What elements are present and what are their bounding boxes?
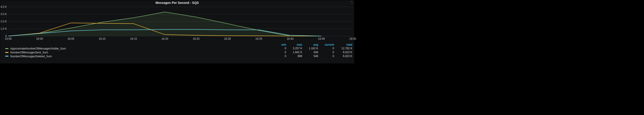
svg-point-4 xyxy=(351,4,352,4)
legend-table: min max avg current total ApproximateNum… xyxy=(0,43,354,58)
svg-text:4.0 K: 4.0 K xyxy=(0,5,7,9)
svg-text:16:10: 16:10 xyxy=(99,37,106,40)
legend-color-swatch xyxy=(5,56,8,57)
legend-value-total: 6.023 K xyxy=(336,54,354,58)
legend-value-current: 0 xyxy=(320,54,336,58)
svg-point-1 xyxy=(352,2,352,2)
legend-value-total: 6.023 K xyxy=(336,50,354,54)
legend-color-swatch xyxy=(5,48,8,49)
panel-title: Messages Per Second - SQS xyxy=(0,0,354,6)
legend-value-current: 0 xyxy=(320,47,336,50)
legend-value-avg: 548 xyxy=(304,54,320,58)
svg-text:16:25: 16:25 xyxy=(193,37,200,40)
legend-header-max[interactable]: max xyxy=(288,43,304,47)
svg-text:16:35: 16:35 xyxy=(256,37,262,40)
svg-text:1.0 K: 1.0 K xyxy=(0,27,7,30)
legend-header-row: min max avg current total xyxy=(0,43,354,47)
legend-header-min[interactable]: min xyxy=(274,43,288,47)
svg-point-7 xyxy=(350,2,350,2)
svg-text:15:55: 15:55 xyxy=(5,37,12,40)
legend-value-avg: 548 xyxy=(304,50,320,54)
svg-point-0 xyxy=(351,1,352,2)
svg-point-5 xyxy=(350,4,350,4)
legend-value-max: 3.257 K xyxy=(288,47,304,50)
legend-row[interactable]: NumberOfMessagesDeleted_Sum089854806.023… xyxy=(0,54,354,58)
svg-text:16:05: 16:05 xyxy=(68,37,74,40)
svg-text:16:45: 16:45 xyxy=(318,37,325,40)
legend-header-total[interactable]: total xyxy=(336,43,354,47)
svg-text:3.0 K: 3.0 K xyxy=(0,13,7,16)
legend-value-avg: 1.162 K xyxy=(304,47,320,50)
chart-plot-area[interactable]: 01.0 K2.0 K3.0 K4.0 K15:5516:0016:0516:1… xyxy=(8,6,353,42)
svg-text:16:15: 16:15 xyxy=(130,37,137,40)
svg-text:16:40: 16:40 xyxy=(287,37,294,40)
svg-text:2.0 K: 2.0 K xyxy=(0,20,7,23)
legend-value-max: 1.842 K xyxy=(288,50,304,54)
legend-value-min: 0 xyxy=(274,50,288,54)
legend-header-avg[interactable]: avg xyxy=(304,43,320,47)
svg-text:16:50: 16:50 xyxy=(349,37,356,40)
legend-value-current: 0 xyxy=(320,50,336,54)
svg-point-6 xyxy=(350,3,350,3)
legend-value-total: 12.782 K xyxy=(336,47,354,50)
chart-panel: Messages Per Second - SQS 01.0 K2.0 K3.0… xyxy=(0,0,354,64)
legend-value-min: 0 xyxy=(274,47,288,50)
legend-header-current[interactable]: current xyxy=(320,43,336,47)
svg-text:16:30: 16:30 xyxy=(224,37,231,40)
svg-point-2 xyxy=(352,3,353,3)
legend-value-max: 898 xyxy=(288,54,304,58)
legend-row[interactable]: ApproximateNumberOfMessagesVisible_Sum03… xyxy=(0,47,354,50)
legend-series-name: ApproximateNumberOfMessagesVisible_Sum xyxy=(10,47,66,50)
legend-color-swatch xyxy=(5,52,8,53)
legend-series-name: NumberOfMessagesSent_Sum xyxy=(10,51,48,54)
loading-spinner-icon xyxy=(350,1,353,4)
svg-text:16:20: 16:20 xyxy=(161,37,168,40)
legend-series-name: NumberOfMessagesDeleted_Sum xyxy=(10,55,52,58)
svg-text:16:00: 16:00 xyxy=(36,37,43,40)
legend-value-min: 0 xyxy=(274,54,288,58)
legend-row[interactable]: NumberOfMessagesSent_Sum01.842 K54806.02… xyxy=(0,50,354,54)
svg-point-3 xyxy=(352,4,352,4)
